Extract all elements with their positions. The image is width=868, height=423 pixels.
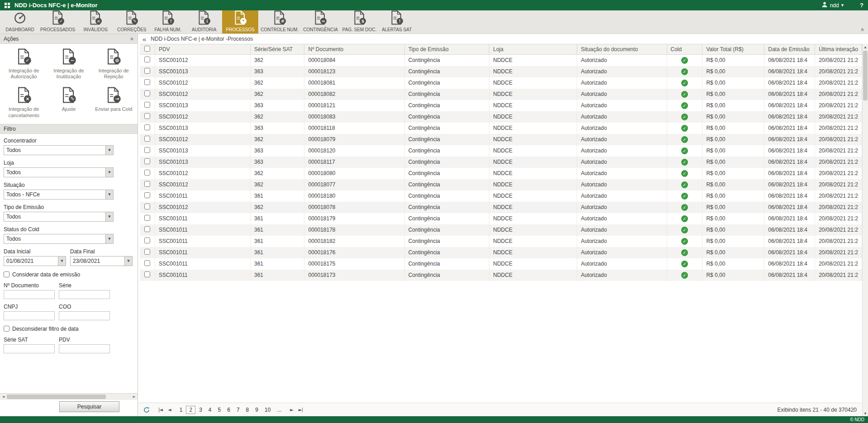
chevron-down-icon[interactable]: ▼ (105, 168, 113, 177)
row-checkbox[interactable] (144, 192, 150, 198)
toolbar-item-correcoes[interactable]: ✎CORREÇÕES (114, 10, 150, 33)
table-row[interactable]: SSC001011361000018173ContingênciaNDDCEAu… (140, 270, 862, 281)
action-integracao-de-inutilizacao[interactable]: −Integração de Inutilização (47, 48, 90, 80)
toolbar-item-auditoria[interactable]: iAUDITORIA (186, 10, 222, 33)
action-ajuste[interactable]: ✎Ajuste (47, 87, 90, 118)
row-checkbox[interactable] (144, 238, 150, 243)
row-checkbox[interactable] (144, 113, 150, 119)
table-row[interactable]: SSC001012362000018082ContingênciaNDDCEAu… (140, 89, 862, 100)
serie-sat-input[interactable] (4, 344, 55, 353)
row-checkbox[interactable] (144, 181, 150, 187)
page-button-8[interactable]: 8 (243, 406, 252, 413)
sidebar-horizontal-scrollbar[interactable]: ◄ ► (0, 393, 138, 400)
toolbar-item-alertas-sat[interactable]: !ALERTAS SAT (379, 10, 415, 33)
row-checkbox[interactable] (144, 124, 150, 130)
collapse-actions-icon[interactable]: « (130, 37, 135, 40)
refresh-button[interactable] (143, 407, 150, 413)
search-button[interactable]: Pesquisar (59, 401, 119, 412)
chevron-down-icon[interactable]: ▼ (105, 190, 113, 199)
toolbar-item-falha-num[interactable]: !FALHA NUM. (150, 10, 186, 33)
coo-input[interactable] (59, 311, 110, 320)
table-row[interactable]: SSC001012362000018079ContingênciaNDDCEAu… (140, 134, 862, 145)
column-header-data-de-emissao[interactable]: Data de Emissão (764, 44, 815, 55)
apps-grid-icon[interactable] (5, 3, 10, 8)
scroll-left-icon[interactable]: ◄ (0, 395, 7, 399)
action-integracao-de-rejeicao[interactable]: ⊘Integração de Rejeição (92, 48, 136, 80)
previous-page-button[interactable]: ◄ (166, 407, 172, 412)
table-row[interactable]: SSC001013363000018121ContingênciaNDDCEAu… (140, 100, 862, 111)
action-enviar-para-cold[interactable]: →Enviar para Cold (92, 87, 136, 118)
row-checkbox[interactable] (144, 226, 150, 232)
row-checkbox[interactable] (144, 102, 150, 108)
table-row[interactable]: SSC001013363000018117ContingênciaNDDCEAu… (140, 157, 862, 168)
toolbar-item-processos[interactable]: *PROCESSOS (222, 10, 258, 33)
date-final-select[interactable]: 23/08/2021 ▼ (70, 256, 133, 266)
row-checkbox[interactable] (144, 170, 150, 176)
column-header-serie-serie-sat[interactable]: Série/Série SAT (251, 44, 304, 55)
row-checkbox[interactable] (144, 260, 150, 266)
page-button-4[interactable]: 4 (206, 406, 214, 413)
table-row[interactable]: SSC001011361000018180ContingênciaNDDCEAu… (140, 190, 862, 202)
page-button-2[interactable]: 2 (186, 406, 195, 414)
column-header-ultima-interacao[interactable]: Última interação (815, 44, 862, 55)
column-header-loja[interactable]: Loja (489, 44, 577, 55)
row-checkbox[interactable] (144, 57, 150, 62)
column-header-pdv[interactable]: PDV (155, 44, 250, 55)
collapse-sidebar-icon[interactable]: « (142, 36, 146, 43)
toolbar-item-processados[interactable]: ✓PROCESSADOS (38, 10, 77, 33)
cnpj-input[interactable] (4, 311, 55, 320)
table-row[interactable]: SSC001011361000018179ContingênciaNDDCEAu… (140, 213, 862, 224)
filter-select-situacao[interactable]: Todos - NFCe▼ (4, 190, 114, 200)
table-row[interactable]: SSC001011361000018176ContingênciaNDDCEAu… (140, 247, 862, 258)
chevron-down-icon[interactable]: ▼ (105, 146, 113, 155)
first-page-button[interactable]: |◄ (157, 407, 164, 412)
table-row[interactable]: SSC001012362000018077ContingênciaNDDCEAu… (140, 179, 862, 190)
column-header-situacao-do-documento[interactable]: Situação do documento (577, 44, 667, 55)
disregard-date-row[interactable]: Desconsiderar filtro de data (0, 325, 138, 337)
toolbar-item-controle-num[interactable]: #CONTROLE NUM. (258, 10, 301, 33)
filter-select-status-do-cold[interactable]: Todos▼ (4, 234, 114, 244)
table-row[interactable]: SSC001011361000018178ContingênciaNDDCEAu… (140, 224, 862, 236)
last-page-button[interactable]: ►| (297, 407, 304, 412)
chevron-down-icon[interactable]: ▼ (105, 212, 113, 221)
table-row[interactable]: SSC001011361000018182ContingênciaNDDCEAu… (140, 236, 862, 247)
row-checkbox[interactable] (144, 90, 150, 96)
next-page-button[interactable]: ► (289, 407, 294, 412)
column-header-tipo-de-emissao[interactable]: Tipo de Emissão (404, 44, 489, 55)
toolbar-item-invalidos[interactable]: ×INVÁLIDOS (77, 10, 114, 33)
row-checkbox[interactable] (144, 271, 150, 277)
row-checkbox[interactable] (144, 147, 150, 153)
scroll-right-icon[interactable]: ► (131, 395, 138, 399)
action-integracao-de-cancelamento[interactable]: ×Integração de cancelamento (2, 87, 46, 118)
table-row[interactable]: SSC001012362000018080ContingênciaNDDCEAu… (140, 168, 862, 179)
pdv-input[interactable] (59, 344, 110, 353)
scrollbar-thumb[interactable] (7, 394, 106, 399)
select-all-checkbox[interactable] (144, 46, 150, 52)
column-header-valor-total-r[interactable]: Valor Total (R$) (702, 44, 764, 55)
row-checkbox[interactable] (144, 215, 150, 221)
user-menu[interactable]: ndd ▼ (821, 1, 844, 9)
filter-select-tipo-de-emissao[interactable]: Todos▼ (4, 212, 114, 222)
consider-emission-row[interactable]: Considerar data de emissão (0, 271, 138, 282)
chevron-down-icon[interactable]: ▼ (124, 257, 132, 266)
documento-input[interactable] (4, 290, 55, 299)
page-button-...[interactable]: ... (274, 406, 284, 413)
consider-emission-checkbox[interactable] (4, 271, 9, 277)
page-button-1[interactable]: 1 (177, 406, 185, 413)
toolbar-item-pag-sem-doc[interactable]: $PAG. SEM DOC. (340, 10, 379, 33)
scroll-up-icon[interactable]: ▲ (863, 44, 868, 50)
page-button-6[interactable]: 6 (224, 406, 233, 413)
row-checkbox[interactable] (144, 68, 150, 74)
chevron-down-icon[interactable]: ▼ (58, 257, 66, 266)
table-row[interactable]: SSC001013363000018123ContingênciaNDDCEAu… (140, 66, 862, 77)
table-row[interactable]: SSC001013363000018118ContingênciaNDDCEAu… (140, 123, 862, 134)
table-vertical-scrollbar[interactable]: ▲ ▼ (862, 44, 868, 416)
row-checkbox[interactable] (144, 204, 150, 209)
page-button-7[interactable]: 7 (234, 406, 242, 413)
row-checkbox[interactable] (144, 158, 150, 164)
table-row[interactable]: SSC001011361000018175ContingênciaNDDCEAu… (140, 258, 862, 270)
column-header-n-documento[interactable]: Nº Documento (304, 44, 404, 55)
page-button-5[interactable]: 5 (215, 406, 224, 413)
row-checkbox[interactable] (144, 79, 150, 85)
row-checkbox[interactable] (144, 249, 150, 255)
